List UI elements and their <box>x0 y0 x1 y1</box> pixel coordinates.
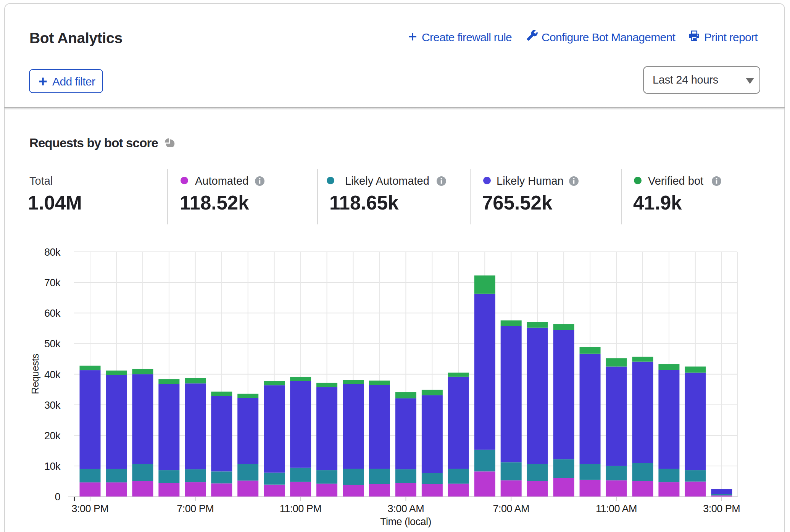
svg-text:50k: 50k <box>44 338 61 350</box>
svg-text:60k: 60k <box>44 308 61 319</box>
svg-text:20k: 20k <box>44 430 61 442</box>
svg-text:7:00 AM: 7:00 AM <box>493 503 529 514</box>
svg-text:40k: 40k <box>44 369 61 380</box>
svg-text:80k: 80k <box>44 247 61 258</box>
svg-text:3:00 PM: 3:00 PM <box>71 503 108 514</box>
svg-text:7:00 PM: 7:00 PM <box>177 503 214 514</box>
svg-text:0: 0 <box>55 491 60 503</box>
svg-text:3:00 AM: 3:00 AM <box>388 503 424 514</box>
svg-text:30k: 30k <box>44 400 61 411</box>
svg-text:Time (local): Time (local) <box>380 516 431 527</box>
svg-text:10k: 10k <box>44 461 61 472</box>
svg-text:70k: 70k <box>44 277 61 289</box>
svg-text:3:00 PM: 3:00 PM <box>703 503 740 514</box>
svg-text:11:00 AM: 11:00 AM <box>596 503 637 514</box>
svg-text:Requests: Requests <box>29 354 41 394</box>
svg-text:11:00 PM: 11:00 PM <box>280 503 322 514</box>
